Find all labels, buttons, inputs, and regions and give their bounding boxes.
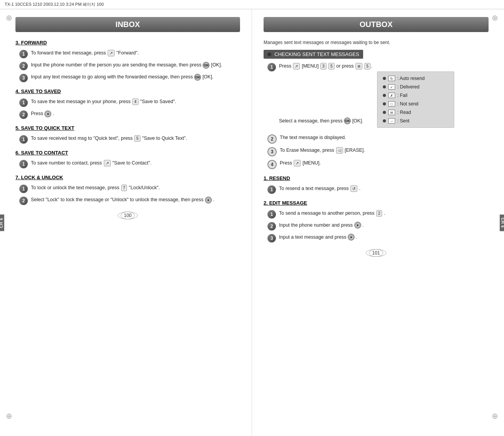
not-send-icon: □ <box>388 101 395 107</box>
step-text: To save the text message in your phone, … <box>31 98 176 105</box>
bullet <box>383 94 386 97</box>
key3: 5 <box>328 63 335 70</box>
right-page-number: 101 <box>264 250 489 256</box>
step-text: Input the phone number of the person you… <box>31 61 222 69</box>
step-num: 3 <box>267 147 277 156</box>
key4: ⊛ <box>355 63 362 70</box>
edit-step-1: 1 To send a message to another person, p… <box>264 210 489 219</box>
left-page-number: 100 <box>15 213 240 218</box>
bullet <box>383 77 386 80</box>
erase-key: ◁ <box>336 147 343 154</box>
step-num: 1 <box>267 210 276 219</box>
icon-delivered: ✓ : Delivered <box>383 83 448 90</box>
step-text: To Erase Message, press ◁ [ERASE]. <box>280 147 365 154</box>
key: 7 <box>121 185 127 191</box>
step-num: 1 <box>19 50 28 58</box>
resend-step-1: 1 To resend a text message, press ↺ . <box>264 185 489 194</box>
left-page-header: INBOX <box>15 17 240 32</box>
key-2: 2 <box>376 210 382 217</box>
forward-step-2: 2 Input the phone number of the person y… <box>15 61 240 70</box>
key: 5 <box>134 135 140 142</box>
fail-icon: ✗ <box>388 93 395 98</box>
crosshair-bl: ⊕ <box>6 411 12 421</box>
ok-key: ● <box>348 234 355 241</box>
section-lock-title: 7. LOCK & UNLOCK <box>15 175 240 180</box>
forward-step-3: 3 Input any text message to go along wit… <box>15 73 240 82</box>
step-text: Input any text message to go along with … <box>31 73 213 81</box>
crosshair-tl: ⊕ <box>6 13 12 22</box>
save-saved-step-2: 2 Press ● . <box>15 110 240 119</box>
step-text: To resend a text message, press ↺ . <box>279 185 360 192</box>
bullet <box>383 102 386 105</box>
step-text: Press ● . <box>31 110 54 117</box>
checking-step-1: 1 Press ↗ [MENU] 3 5 or press ⊛ 5. Selec… <box>264 63 489 131</box>
icon-fail: ✗ : Fail <box>383 92 448 99</box>
section-resend-title: 1. RESEND <box>264 175 489 181</box>
crosshair-tr: ⊕ <box>492 13 498 22</box>
left-page: ⊕ INBOX 3. FORWARD 1 To forward the text… <box>0 9 252 436</box>
section-save-saved-title: 4. SAVE TO SAVED <box>15 88 240 94</box>
checking-header-bar: CHECKING SENT TEXT MESSAGES <box>264 50 363 59</box>
step-num: 1 <box>19 135 28 144</box>
icon-status-list: ↻ : Auto resend ✓ : Delivered ✗ : Fail <box>377 71 454 128</box>
bullet <box>383 119 386 122</box>
left-side-tab: CH 6 <box>0 214 4 231</box>
bullet <box>383 111 386 114</box>
top-bar: TX-1 10CCES 1210 2003.12.10 3:24 PM 페이지 … <box>0 0 504 9</box>
outbox-subtitle: Manages sent text messages or messages w… <box>264 40 489 45</box>
step-text: To save received text msg to "Quick text… <box>31 135 187 142</box>
key2: 3 <box>320 63 326 70</box>
step-num: 3 <box>19 74 28 82</box>
menu-key-2: ↗ <box>294 160 301 166</box>
ok-key: ● <box>205 197 212 204</box>
ok-key: ● <box>354 222 361 229</box>
resend-key: ↺ <box>350 185 357 192</box>
step-text: To lock or unlock the text message, pres… <box>31 184 160 192</box>
read-icon: ✉ <box>388 110 395 115</box>
checking-section-title: CHECKING SENT TEXT MESSAGES <box>274 51 359 57</box>
icon-read: ✉ : Read <box>383 109 448 116</box>
icon-not-send: □ : Not send <box>383 100 448 107</box>
crosshair-br: ⊕ <box>492 411 498 421</box>
menu-key: ↗ <box>108 50 115 56</box>
ok-key: OK <box>194 74 201 81</box>
step-num: 2 <box>19 110 28 119</box>
step-text: Press ↗ [MENU] 3 5 or press ⊛ 5. Select … <box>279 63 454 131</box>
step-text: The text message is displayed. <box>280 134 346 141</box>
step-num: 1 <box>267 63 276 71</box>
step-text: To save number to contact, press ↗ "Save… <box>31 159 151 167</box>
step-num: 2 <box>19 197 28 205</box>
step-num: 2 <box>267 134 277 144</box>
key: 4 <box>132 98 139 105</box>
auto-resend-icon: ↻ <box>388 76 395 81</box>
sent-icon: → <box>388 118 395 124</box>
lock-step-2: 2 Select "Lock" to lock the message or "… <box>15 196 240 205</box>
ok-btn: ● <box>44 110 51 117</box>
step-num: 1 <box>19 160 28 168</box>
step-text: To send a message to another person, pre… <box>279 210 385 217</box>
section-save-quick-title: 5. SAVE TO QUICK TEXT <box>15 125 240 131</box>
save-quick-step-1: 1 To save received text msg to "Quick te… <box>15 135 240 144</box>
forward-step-1: 1 To forward the text message, press ↗ "… <box>15 49 240 58</box>
step-num: 2 <box>267 222 276 231</box>
section-forward-title: 3. FORWARD <box>15 40 240 46</box>
checking-step-3: 3 To Erase Message, press ◁ [ERASE]. <box>264 147 489 156</box>
save-saved-step-1: 1 To save the text message in your phone… <box>15 98 240 107</box>
step-text: Input the phone number and press ● . <box>279 222 364 229</box>
lock-step-1: 1 To lock or unlock the text message, pr… <box>15 184 240 193</box>
step-text: Input a text message and press ● . <box>279 234 357 241</box>
menu-key-icon: ↗ <box>293 63 300 70</box>
bullet <box>383 85 386 88</box>
delivered-icon: ✓ <box>388 84 395 90</box>
save-contact-step-1: 1 To save number to contact, press ↗ "Sa… <box>15 159 240 168</box>
right-page-header: OUTBOX <box>264 17 489 32</box>
step-num: 3 <box>267 234 276 243</box>
section-edit-title: 2. EDIT MESSAGE <box>264 200 489 206</box>
key: ↗ <box>104 160 111 166</box>
header-dot <box>267 53 271 56</box>
edit-step-3: 3 Input a text message and press ● . <box>264 234 489 243</box>
section-save-contact-title: 6. SAVE TO CONTACT <box>15 150 240 156</box>
step-text: Select "Lock" to lock the message or "Un… <box>31 196 215 204</box>
step-num: 2 <box>19 62 28 70</box>
step-num: 1 <box>19 98 28 107</box>
